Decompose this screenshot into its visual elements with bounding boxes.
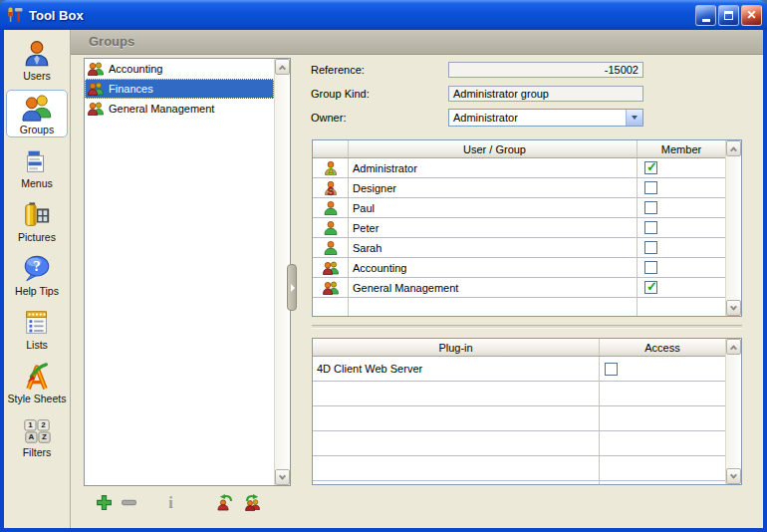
reference-label: Reference: (311, 64, 365, 76)
sidebar-item-style-sheets[interactable]: Style Sheets (6, 359, 68, 406)
chevron-down-icon (730, 471, 737, 478)
group-icon (88, 61, 104, 77)
scroll-down-button[interactable] (726, 300, 741, 316)
user-arrow-left-icon (216, 493, 234, 511)
member-checkbox[interactable] (644, 181, 657, 194)
titlebar[interactable]: Tool Box ✕ (0, 0, 767, 30)
group-name: Finances (109, 83, 153, 95)
group-name: Accounting (109, 63, 162, 75)
import-user-button[interactable] (216, 493, 234, 511)
sidebar-item-pictures[interactable]: Pictures (6, 197, 68, 245)
access-column-header[interactable]: Access (600, 339, 725, 356)
member-checkbox[interactable] (644, 201, 657, 214)
svg-text:A: A (29, 432, 35, 441)
member-checkbox[interactable] (644, 281, 657, 294)
chevron-up-icon (730, 345, 737, 352)
group-kind-label: Group Kind: (311, 88, 370, 100)
plugin-row[interactable] (313, 481, 725, 484)
group-list-toolbar: i (96, 492, 262, 512)
sidebar-item-label: Users (7, 70, 67, 82)
scroll-down-button[interactable] (275, 469, 290, 485)
minimize-button[interactable] (695, 5, 716, 26)
plugin-row[interactable]: 4D Client Web Server (313, 357, 725, 382)
owner-label: Owner: (311, 112, 346, 124)
group-info-button[interactable]: i (162, 494, 179, 511)
user-icon (323, 220, 339, 236)
member-name: Sarah (349, 238, 638, 257)
member-checkbox[interactable] (644, 241, 657, 254)
sidebar-item-label: Pictures (7, 231, 67, 243)
member-row[interactable]: Peter (313, 218, 725, 238)
sidebar-item-groups[interactable]: Groups (6, 90, 68, 137)
member-table-scrollbar[interactable] (725, 140, 741, 316)
plugin-table: Plug-in Access 4D Client Web Server (312, 338, 742, 485)
toolbox-app-icon (6, 6, 24, 24)
maximize-button[interactable] (718, 5, 739, 26)
member-table-header: User / Group Member (313, 140, 725, 158)
plugin-row[interactable] (313, 382, 725, 406)
group-list-rows: Accounting Finances General Management (85, 59, 274, 485)
member-checkbox[interactable] (644, 161, 657, 174)
member-checkbox[interactable] (644, 221, 657, 234)
close-button[interactable]: ✕ (741, 5, 762, 26)
plugin-row[interactable] (313, 406, 725, 431)
scroll-up-button[interactable] (275, 59, 290, 75)
remove-group-button[interactable] (121, 494, 137, 511)
plugin-table-scrollbar[interactable] (725, 339, 741, 484)
group-kind-field[interactable]: Administrator group (448, 86, 643, 102)
sidebar-item-help-tips[interactable]: ? Help Tips (6, 251, 68, 299)
user-admin-icon: A (323, 160, 339, 176)
group-name: General Management (109, 103, 214, 115)
plugin-row[interactable] (313, 456, 725, 481)
minimize-icon (702, 19, 710, 22)
reference-field[interactable]: -15002 (448, 62, 643, 78)
menus-icon (7, 146, 67, 177)
member-row[interactable]: S Designer (313, 178, 725, 198)
users-arrow-right-icon (244, 493, 262, 511)
member-checkbox[interactable] (644, 261, 657, 274)
member-row[interactable]: Sarah (313, 238, 725, 258)
sidebar-item-menus[interactable]: Menus (6, 143, 68, 191)
member-row[interactable]: General Management (313, 278, 725, 298)
sidebar-item-users[interactable]: Users (6, 36, 68, 84)
group-row[interactable]: Finances (85, 79, 274, 99)
owner-select[interactable]: Administrator (448, 109, 643, 127)
member-table: User / Group Member A Administrator S De… (312, 139, 742, 317)
svg-text:?: ? (33, 258, 41, 274)
sidebar-item-label: Lists (7, 339, 67, 351)
member-row[interactable] (313, 298, 725, 316)
user-designer-icon: S (323, 180, 339, 196)
user-group-column-header[interactable]: User / Group (349, 140, 638, 157)
groups-icon (7, 93, 67, 124)
owner-dropdown-button[interactable] (626, 110, 642, 126)
svg-text:1: 1 (28, 420, 33, 429)
group-row[interactable]: General Management (85, 99, 274, 119)
sidebar-item-label: Groups (7, 124, 67, 135)
svg-text:Z: Z (42, 432, 47, 441)
plugin-column-header[interactable]: Plug-in (313, 339, 600, 356)
add-group-button[interactable] (96, 494, 113, 511)
user-icon (323, 240, 339, 256)
scroll-up-button[interactable] (726, 140, 741, 156)
sidebar-item-filters[interactable]: 12AZ Filters (6, 412, 68, 460)
scroll-up-button[interactable] (726, 339, 741, 355)
member-column-header[interactable]: Member (638, 140, 725, 157)
access-checkbox[interactable] (605, 363, 618, 376)
svg-text:i: i (168, 494, 173, 511)
export-group-button[interactable] (244, 493, 262, 511)
member-row[interactable]: A Administrator (313, 158, 725, 178)
horizontal-splitter[interactable] (312, 325, 742, 329)
sidebar-item-label: Filters (7, 446, 67, 458)
group-row[interactable]: Accounting (85, 59, 274, 79)
scroll-down-button[interactable] (726, 468, 741, 484)
plugin-row[interactable] (313, 431, 725, 456)
member-name: Peter (349, 218, 638, 237)
group-icon (88, 101, 104, 117)
plugin-name (313, 406, 600, 430)
sidebar-item-lists[interactable]: Lists (6, 305, 68, 353)
member-row[interactable]: Paul (313, 198, 725, 218)
member-row[interactable]: Accounting (313, 258, 725, 278)
vertical-splitter[interactable] (287, 264, 297, 311)
group-list: Accounting Finances General Management (84, 58, 291, 486)
owner-selected-value: Administrator (453, 112, 518, 124)
